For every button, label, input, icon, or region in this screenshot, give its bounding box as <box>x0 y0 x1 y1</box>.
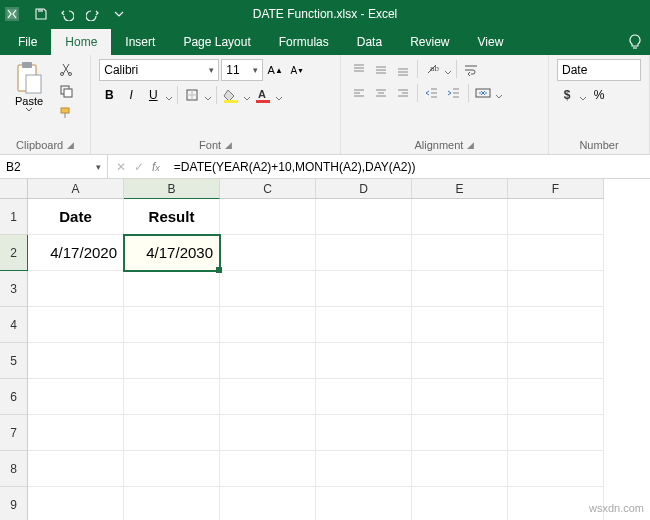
clipboard-launcher-icon[interactable]: ◢ <box>67 140 74 150</box>
copy-icon[interactable] <box>56 81 76 101</box>
cell-E5[interactable] <box>412 343 508 379</box>
tell-me-icon[interactable] <box>622 29 648 55</box>
accounting-format-icon[interactable]: $ <box>557 85 577 105</box>
cell-A5[interactable] <box>28 343 124 379</box>
wrap-text-icon[interactable] <box>461 59 481 79</box>
tab-review[interactable]: Review <box>396 29 463 55</box>
cell-B2[interactable]: 4/17/2030 <box>124 235 220 271</box>
cell-F4[interactable] <box>508 307 604 343</box>
row-header-5[interactable]: 5 <box>0 343 28 379</box>
save-icon[interactable] <box>32 5 50 23</box>
font-size-combo[interactable]: 11▾ <box>221 59 263 81</box>
cell-C2[interactable] <box>220 235 316 271</box>
row-header-9[interactable]: 9 <box>0 487 28 520</box>
align-left-icon[interactable] <box>349 83 369 103</box>
cell-F5[interactable] <box>508 343 604 379</box>
cell-F6[interactable] <box>508 379 604 415</box>
cell-A9[interactable] <box>28 487 124 520</box>
cell-A2[interactable]: 4/17/2020 <box>28 235 124 271</box>
cell-B8[interactable] <box>124 451 220 487</box>
decrease-indent-icon[interactable] <box>422 83 442 103</box>
tab-insert[interactable]: Insert <box>111 29 169 55</box>
tab-page-layout[interactable]: Page Layout <box>169 29 264 55</box>
font-color-icon[interactable]: A <box>253 85 273 105</box>
tab-home[interactable]: Home <box>51 29 111 55</box>
cell-C3[interactable] <box>220 271 316 307</box>
cell-C1[interactable] <box>220 199 316 235</box>
cell-B5[interactable] <box>124 343 220 379</box>
underline-button[interactable]: U <box>143 85 163 105</box>
row-header-4[interactable]: 4 <box>0 307 28 343</box>
col-header-E[interactable]: E <box>412 179 508 199</box>
row-header-3[interactable]: 3 <box>0 271 28 307</box>
undo-icon[interactable] <box>58 5 76 23</box>
row-header-1[interactable]: 1 <box>0 199 28 235</box>
cell-D5[interactable] <box>316 343 412 379</box>
cell-B6[interactable] <box>124 379 220 415</box>
align-center-icon[interactable] <box>371 83 391 103</box>
cell-E6[interactable] <box>412 379 508 415</box>
align-middle-icon[interactable] <box>371 59 391 79</box>
cell-C6[interactable] <box>220 379 316 415</box>
alignment-launcher-icon[interactable]: ◢ <box>467 140 474 150</box>
align-bottom-icon[interactable] <box>393 59 413 79</box>
col-header-B[interactable]: B <box>124 179 220 199</box>
cell-B7[interactable] <box>124 415 220 451</box>
cell-A7[interactable] <box>28 415 124 451</box>
select-all-button[interactable] <box>0 179 28 199</box>
cell-E1[interactable] <box>412 199 508 235</box>
cell-F1[interactable] <box>508 199 604 235</box>
cell-C7[interactable] <box>220 415 316 451</box>
cell-F2[interactable] <box>508 235 604 271</box>
col-header-F[interactable]: F <box>508 179 604 199</box>
col-header-D[interactable]: D <box>316 179 412 199</box>
fill-color-icon[interactable] <box>221 85 241 105</box>
font-launcher-icon[interactable]: ◢ <box>225 140 232 150</box>
name-box[interactable]: B2 ▾ <box>0 155 108 178</box>
cell-D6[interactable] <box>316 379 412 415</box>
cell-C9[interactable] <box>220 487 316 520</box>
cell-A4[interactable] <box>28 307 124 343</box>
cell-A8[interactable] <box>28 451 124 487</box>
cell-B9[interactable] <box>124 487 220 520</box>
percent-format-icon[interactable]: % <box>589 85 609 105</box>
cell-E4[interactable] <box>412 307 508 343</box>
tab-file[interactable]: File <box>4 29 51 55</box>
cell-B1[interactable]: Result <box>124 199 220 235</box>
cell-F8[interactable] <box>508 451 604 487</box>
cell-C8[interactable] <box>220 451 316 487</box>
number-format-combo[interactable]: Date <box>557 59 641 81</box>
cell-D4[interactable] <box>316 307 412 343</box>
cell-D1[interactable] <box>316 199 412 235</box>
format-painter-icon[interactable] <box>56 103 76 123</box>
cell-F7[interactable] <box>508 415 604 451</box>
cut-icon[interactable] <box>56 59 76 79</box>
paste-button[interactable]: Paste <box>8 59 50 115</box>
cell-E3[interactable] <box>412 271 508 307</box>
cell-E8[interactable] <box>412 451 508 487</box>
row-header-7[interactable]: 7 <box>0 415 28 451</box>
tab-view[interactable]: View <box>464 29 518 55</box>
redo-icon[interactable] <box>84 5 102 23</box>
row-header-2[interactable]: 2 <box>0 235 28 271</box>
cell-B4[interactable] <box>124 307 220 343</box>
cell-D8[interactable] <box>316 451 412 487</box>
increase-indent-icon[interactable] <box>444 83 464 103</box>
cell-D9[interactable] <box>316 487 412 520</box>
cell-E7[interactable] <box>412 415 508 451</box>
italic-button[interactable]: I <box>121 85 141 105</box>
tab-data[interactable]: Data <box>343 29 396 55</box>
decrease-font-icon[interactable]: A▼ <box>287 60 307 80</box>
cell-D2[interactable] <box>316 235 412 271</box>
cell-E9[interactable] <box>412 487 508 520</box>
merge-center-icon[interactable] <box>473 83 493 103</box>
col-header-C[interactable]: C <box>220 179 316 199</box>
qat-customize-icon[interactable] <box>110 5 128 23</box>
cancel-formula-icon[interactable]: ✕ <box>116 160 126 174</box>
formula-input[interactable]: =DATE(YEAR(A2)+10,MONTH(A2),DAY(A2)) <box>168 155 650 178</box>
row-header-8[interactable]: 8 <box>0 451 28 487</box>
cell-D3[interactable] <box>316 271 412 307</box>
insert-function-icon[interactable]: fx <box>152 160 160 174</box>
cell-A3[interactable] <box>28 271 124 307</box>
enter-formula-icon[interactable]: ✓ <box>134 160 144 174</box>
